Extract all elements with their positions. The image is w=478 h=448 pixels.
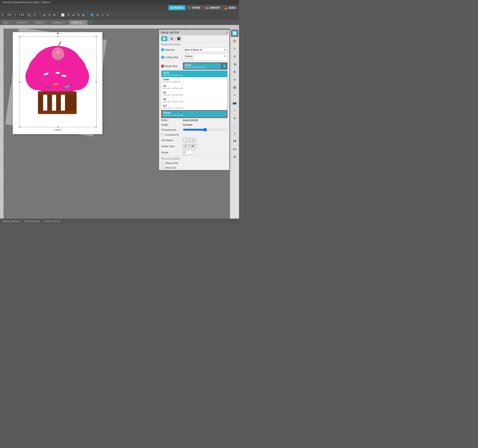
tab-untitled10-close[interactable]: ✕: [64, 22, 66, 24]
title-bar: Silhouette Studio●● Business Edition: Un…: [0, 0, 239, 5]
delete-icon[interactable]: ✕: [106, 13, 110, 17]
y-value: 0.484: [18, 13, 25, 16]
rotate-view-90-btn[interactable]: 90°: [190, 144, 197, 148]
sidebar-chart-icon[interactable]: ▦: [231, 84, 238, 91]
sidebar-grid-icon[interactable]: ⊞: [231, 153, 238, 160]
sidebar-layers-icon[interactable]: ⧉: [231, 53, 238, 60]
rotate-handle[interactable]: [57, 32, 59, 34]
tab-untitled8-close[interactable]: ✕: [27, 22, 29, 24]
sidebar-textformat-icon[interactable]: Aa: [231, 145, 238, 153]
tab-untitled10-label: Untitled-10: [52, 21, 63, 24]
font-icon-symbol: A: [233, 78, 236, 81]
move-icon[interactable]: ✛: [47, 13, 51, 17]
sidebar-contrast-icon[interactable]: ◑: [231, 60, 238, 68]
dropdown-item-letter[interactable]: Letter (8.500 x 11.000 in): [161, 77, 227, 84]
align-icon[interactable]: ⊞: [81, 13, 85, 17]
show-cut-checkbox[interactable]: [161, 166, 164, 169]
rotate-icon[interactable]: ↻: [66, 13, 70, 17]
star2-icon[interactable]: ★: [95, 13, 100, 17]
handle-bl[interactable]: [19, 126, 20, 128]
show-print-checkbox[interactable]: [161, 162, 164, 164]
handle-ml[interactable]: [19, 81, 20, 82]
panel-tab-1[interactable]: ⬜: [161, 36, 167, 41]
transform-icon[interactable]: ⇄: [42, 13, 46, 17]
tab-untitled9-close[interactable]: ✕: [45, 22, 47, 24]
rotate-view-0-btn[interactable]: 0°: [183, 144, 189, 148]
tab-untitled9[interactable]: Untitled-9 ✕: [32, 20, 49, 25]
x-label: X: [2, 14, 3, 16]
tab-untitled11[interactable]: Untitled-11 ✕: [69, 20, 88, 25]
sidebar-lines-icon[interactable]: ≡: [231, 45, 238, 52]
sidebar-box3d-icon[interactable]: ⬡: [231, 130, 238, 137]
tab-untitled11-close[interactable]: ✕: [83, 22, 85, 24]
new-tab-button[interactable]: +: [88, 20, 93, 25]
dropdown-item-5x7[interactable]: 5x7 (127.00 x 177.80 mm): [161, 104, 227, 110]
cutting-mat-dropdown[interactable]: Cameo ▼ 12 x 12 in: [183, 54, 227, 61]
handle-br[interactable]: [96, 126, 97, 128]
ruler-row: [0, 25, 239, 29]
sidebar-map-icon[interactable]: 🗺: [231, 138, 238, 145]
orientation-landscape-btn[interactable]: ▭: [190, 138, 196, 142]
grid-icon-symbol: ⊞: [233, 155, 236, 158]
dropdown-item-a6[interactable]: A6 (105.00 x 148.00 mm): [161, 97, 227, 104]
sidebar-puzzle-icon[interactable]: ⊕: [231, 114, 238, 122]
sidebar-scissors-icon[interactable]: ✂: [231, 91, 238, 99]
transparency-label: Transparency: [161, 128, 182, 131]
group-icon[interactable]: ⬡: [101, 13, 105, 17]
media-size-dropdown[interactable]: 12x12 (304.80 x 304.80 mm) ▼: [183, 63, 227, 69]
tab-statistics-close[interactable]: ✕: [9, 22, 11, 24]
handle-tc[interactable]: [57, 36, 59, 37]
show-cut-label: Show Cut: [165, 166, 176, 169]
sidebar-font-icon[interactable]: A: [231, 76, 238, 83]
machine-dropdown[interactable]: Auto (Cameo 4) ▼: [183, 47, 227, 52]
toolbar-separator-3: [87, 13, 88, 17]
tab-statistics[interactable]: stics ✕: [1, 20, 13, 25]
flip-h-icon[interactable]: ⇌: [71, 13, 75, 17]
dropdown-item-a5[interactable]: A5 (148.00 x 210.00 mm): [161, 90, 227, 97]
coord-display: X 1.065 Y 0.484 in ⠿: [2, 13, 37, 17]
design-label: DESIGN: [174, 6, 183, 9]
cutting-mat-label: 2 Cutting Mat: [161, 56, 182, 59]
panel-tab-2[interactable]: ⊞: [168, 36, 175, 41]
rotate-row: Rotate: [159, 149, 229, 155]
paper-white: 6.484 in 5.839 in: [13, 32, 102, 134]
handle-mr[interactable]: [96, 81, 97, 82]
constrain-checkbox[interactable]: [161, 133, 164, 136]
sidebar-camera-icon[interactable]: 📷: [231, 99, 238, 106]
design-nav-btn[interactable]: ⊞ DESIGN: [168, 5, 185, 10]
store-nav-btn[interactable]: 🛒 STORE: [185, 5, 203, 10]
sidebar-color-icon[interactable]: 🎨: [231, 37, 238, 44]
datetime1: 2020-12 8:46 AM: [24, 220, 40, 222]
panel-tab-3[interactable]: ⬛: [176, 36, 182, 41]
send-nav-btn[interactable]: 📤 SEND: [222, 5, 238, 10]
media-size-label: 3 Media Size: [161, 64, 182, 68]
machine-value: Auto (Cameo 4): [184, 48, 202, 51]
handle-tl[interactable]: [19, 36, 20, 37]
rotate-input[interactable]: [183, 150, 194, 154]
height-row: Height Custom: [159, 122, 229, 127]
transparency-slider[interactable]: [183, 128, 227, 132]
sidebar-star-icon[interactable]: ☆: [231, 107, 238, 114]
dropdown-item-12x12[interactable]: 12x12 (304.80 x 304.80 mm): [161, 71, 227, 77]
sidebar-page-setup-icon[interactable]: ⬜: [231, 30, 238, 37]
dropdown-item-printer[interactable]: Printer (215.90 x 279.40 mm): [161, 110, 227, 118]
media-size-arrow-btn[interactable]: ▼: [221, 63, 227, 69]
orientation-portrait-btn[interactable]: ⬜: [183, 138, 189, 142]
units-button[interactable]: in: [27, 13, 31, 17]
right-sidebar: ⬜ 🎨 ≡ ⧉ ◑ A A ▦ ✂ 📷 ☆: [230, 29, 239, 219]
crosshair-icon[interactable]: ⊕: [52, 13, 56, 17]
panel-close-button[interactable]: ✕: [225, 31, 227, 34]
puzzle-icon-symbol: ⊕: [233, 116, 236, 120]
flip-v-icon[interactable]: ⇅: [76, 13, 80, 17]
resize-icon[interactable]: ⬜: [60, 13, 65, 17]
sidebar-text-icon[interactable]: A: [231, 68, 238, 76]
library-nav-btn[interactable]: 📚 LIBRARY: [203, 5, 222, 10]
tab-untitled10[interactable]: Untitled-10 ✕: [50, 20, 68, 25]
tab-untitled8[interactable]: Untitled-8 ✕: [14, 20, 31, 25]
media-size-row: 3 Media Size 12x12 (304.80 x 304.80 mm) …: [159, 62, 229, 70]
dropdown-item-a4[interactable]: A4 (210.00 x 297.00 mm): [161, 84, 227, 90]
handle-bc[interactable]: [57, 126, 59, 128]
handle-tr[interactable]: [96, 36, 97, 37]
sidebar-dots-icon[interactable]: ⋮: [231, 122, 238, 129]
fill-icon[interactable]: 🪣: [89, 13, 94, 17]
